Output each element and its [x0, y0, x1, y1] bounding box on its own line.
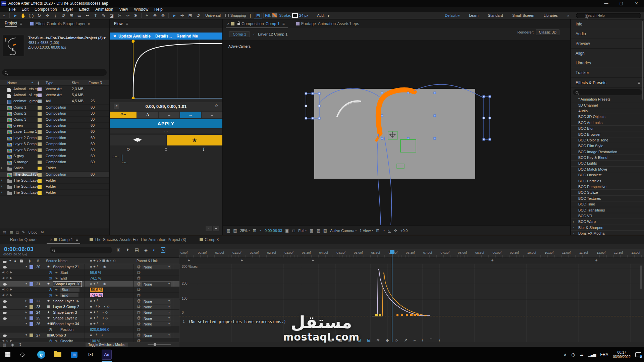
show-transform-box-icon[interactable]: ⊞: [348, 338, 352, 344]
keyframe-navigator[interactable]: ◀◇▶: [2, 288, 14, 291]
graph-options-icon[interactable]: ▦: [338, 338, 342, 344]
property-name[interactable]: Start: [60, 288, 79, 292]
refresh-icon[interactable]: ⟳: [127, 147, 130, 153]
preset-category[interactable]: 3D Channel: [571, 102, 644, 108]
switches-column-icons[interactable]: ♣ ✦ \ fx ▦ ◉ ◐ ◇: [90, 259, 116, 262]
project-item-name[interactable]: green: [13, 123, 23, 127]
layer-name[interactable]: Comp 3: [53, 333, 66, 337]
zoom-tool-icon[interactable]: ◯: [27, 13, 35, 18]
project-row[interactable]: S grayComposition60: [0, 153, 109, 159]
dolly-camera-icon[interactable]: ↨: [51, 13, 59, 18]
current-time-display[interactable]: 0:00:06:03: [265, 229, 282, 233]
property-row[interactable]: ◀◇▶◷∿End74,1 %@: [0, 293, 179, 298]
expand-props-icon[interactable]: ◉: [11, 343, 14, 347]
file-explorer-icon[interactable]: [53, 350, 63, 360]
expand-chevron-icon[interactable]: ›: [573, 232, 574, 235]
toggle-switches-button[interactable]: Toggle Switches / Modes: [86, 343, 128, 347]
eraser-tool-icon[interactable]: ✄: [116, 13, 124, 18]
menu-animation[interactable]: Animation: [92, 7, 116, 12]
expand-chevron-icon[interactable]: ›: [1, 166, 2, 170]
summary-keyframe-icon[interactable]: ◆: [595, 259, 597, 262]
timeline-search-input[interactable]: [50, 247, 112, 253]
project-row[interactable]: The-Suc...t (3)Composition60: [0, 172, 109, 178]
tab-effect-controls[interactable]: Effect Controls Shape Layer 20: [35, 21, 86, 26]
property-name[interactable]: Start: [60, 270, 68, 275]
tab-render-queue[interactable]: Render Queue: [10, 237, 37, 242]
comp-panel-menu-icon[interactable]: ≡: [282, 21, 285, 26]
project-row[interactable]: Layer 1...mp 1Composition60: [0, 129, 109, 135]
graph-scrollbar[interactable]: [640, 265, 642, 289]
after-effects-taskbar-icon[interactable]: Ae: [102, 350, 112, 360]
label-color-swatch[interactable]: [38, 100, 42, 103]
parent-pickwhip-icon[interactable]: @: [137, 293, 141, 297]
layer-switches[interactable]: ♣ ✦ / ◐ ◇: [90, 316, 108, 320]
project-row[interactable]: ›The-Suc...LayersFolder: [0, 190, 109, 196]
channels-icon[interactable]: ▧: [323, 228, 327, 233]
summary-keyframe-icon[interactable]: ◆: [491, 259, 493, 262]
expand-chevron-icon[interactable]: ›: [573, 220, 574, 224]
expand-icon[interactable]: ↗: [114, 104, 119, 109]
property-row[interactable]: ◀◇▶◷∿Start56,6 %@: [0, 287, 179, 293]
label-color-swatch[interactable]: [38, 155, 42, 158]
keyframe-mode-button[interactable]: [110, 112, 137, 118]
layer-color-swatch[interactable]: [30, 299, 33, 303]
timeline-panel-menu-icon[interactable]: ≡: [76, 237, 78, 242]
bit-depth[interactable]: 8 bpc: [29, 230, 38, 234]
tab-footage-name[interactable]: Animation-Assets1.eps: [318, 21, 359, 26]
sidebar-panel-align[interactable]: Align: [571, 49, 644, 58]
taskbar-search-icon[interactable]: [17, 350, 28, 360]
tray-expand-icon[interactable]: ∧: [564, 352, 567, 357]
layer-name[interactable]: Shape Layer 2: [53, 316, 77, 320]
property-value[interactable]: 56,6 %: [90, 270, 101, 275]
divider-handle[interactable]: …: [110, 129, 222, 133]
layer-expand-icon[interactable]: ▸: [25, 310, 27, 314]
property-name[interactable]: Position: [60, 327, 73, 331]
column-size[interactable]: Size: [72, 81, 78, 85]
composition-viewer[interactable]: Active Camera: [223, 40, 570, 225]
fast-previews-icon[interactable]: ◔: [382, 228, 385, 233]
pixel-aspect-icon[interactable]: ⊞: [376, 228, 379, 233]
project-row[interactable]: S orangeComposition60: [0, 159, 109, 165]
label-color-swatch[interactable]: [38, 124, 42, 128]
layer-row[interactable]: ▸22★Shape Layer 16♣ ✦ /@None▾: [0, 298, 179, 304]
mail-icon[interactable]: ✉: [86, 350, 96, 360]
project-search-input[interactable]: [2, 69, 107, 76]
expand-layers-icon[interactable]: ▤: [3, 343, 6, 347]
expand-chevron-icon[interactable]: ›: [1, 178, 2, 182]
layer-expand-icon[interactable]: ▸: [25, 305, 27, 308]
minimize-button[interactable]: —: [599, 0, 614, 7]
lock-icon[interactable]: [237, 23, 240, 25]
comp-tab-close-icon[interactable]: ×: [227, 21, 229, 26]
sidebar-panel-audio[interactable]: Audio: [571, 29, 644, 39]
parent-pickwhip-icon[interactable]: @: [137, 327, 141, 331]
parent-select[interactable]: None▾: [142, 310, 171, 315]
workspace-default[interactable]: Default ≡: [440, 13, 464, 17]
workspace-overflow-icon[interactable]: »: [562, 13, 574, 17]
expand-chevron-icon[interactable]: ›: [1, 184, 2, 188]
layer-eye-icon[interactable]: [3, 335, 7, 337]
zoom-in-button[interactable]: +: [213, 226, 219, 231]
breadcrumb-comp[interactable]: Comp 1: [229, 31, 250, 37]
orbit-camera-icon[interactable]: ↻: [35, 13, 43, 18]
tray-network-icon[interactable]: ▁▃▅: [588, 352, 596, 357]
close-button[interactable]: ✕: [629, 0, 644, 7]
fit-selection-icon[interactable]: ⊟: [367, 338, 370, 344]
parent-select[interactable]: None▾: [142, 305, 171, 309]
pen-tool-icon[interactable]: ✒: [84, 13, 92, 18]
number-column[interactable]: #: [37, 259, 39, 263]
timeline-button-icon[interactable]: ◺: [388, 228, 391, 233]
label-color-swatch[interactable]: [38, 191, 42, 195]
preset-category[interactable]: BCC Stylize: [571, 190, 644, 195]
menu-layer[interactable]: Layer: [60, 7, 76, 12]
layer-color-swatch[interactable]: [30, 265, 33, 269]
frame-blend-icon[interactable]: ◈: [144, 247, 148, 253]
ease-out-button[interactable]: →: [159, 112, 179, 118]
layer-expand-icon[interactable]: ▸: [25, 316, 27, 319]
layer-name[interactable]: Shape Layer 34: [53, 322, 79, 326]
project-row[interactable]: greenComposition60: [0, 123, 109, 129]
apply-button[interactable]: APPLY: [110, 119, 222, 128]
project-row[interactable]: Comp 2Composition30: [0, 111, 109, 117]
layer-row[interactable]: ▾20★Shape Layer 21♣ ✦ / ◉@None▾: [0, 264, 179, 270]
download-icon[interactable]: ↧: [202, 147, 206, 153]
workspace-libraries[interactable]: Libraries: [539, 13, 562, 17]
